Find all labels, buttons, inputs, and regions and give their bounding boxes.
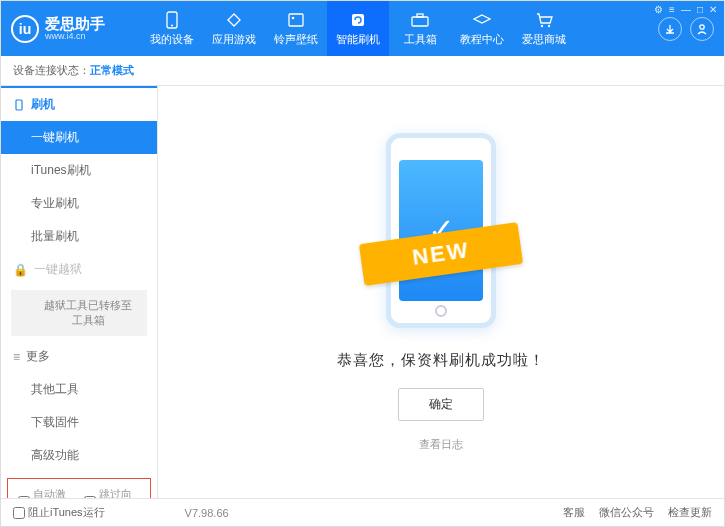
success-message: 恭喜您，保资料刷机成功啦！ — [337, 351, 545, 370]
close-icon[interactable]: ✕ — [709, 4, 717, 15]
nav-toolbox[interactable]: 工具箱 — [389, 1, 451, 56]
footer-support[interactable]: 客服 — [563, 505, 585, 520]
sidebar-item-download-firmware[interactable]: 下载固件 — [1, 406, 157, 439]
download-button[interactable] — [658, 17, 682, 41]
app-logo: iu 爱思助手 www.i4.cn — [11, 15, 141, 43]
cart-icon — [535, 11, 553, 29]
lock-icon: 🔒 — [13, 263, 28, 277]
nav-smart-flash[interactable]: 智能刷机 — [327, 1, 389, 56]
sidebar-item-onekey-flash[interactable]: 一键刷机 — [1, 121, 157, 154]
apps-icon — [225, 11, 243, 29]
status-mode: 正常模式 — [90, 63, 134, 78]
main-nav: 我的设备 应用游戏 铃声壁纸 智能刷机 工具箱 教程中心 爱思商城 — [141, 1, 575, 56]
sidebar-item-pro-flash[interactable]: 专业刷机 — [1, 187, 157, 220]
status-prefix: 设备连接状态： — [13, 63, 90, 78]
footer: 阻止iTunes运行 V7.98.66 客服 微信公众号 检查更新 — [1, 498, 724, 526]
svg-rect-6 — [417, 14, 423, 17]
user-button[interactable] — [690, 17, 714, 41]
svg-point-9 — [700, 24, 704, 28]
sidebar-group-more[interactable]: ≡ 更多 — [1, 340, 157, 373]
sidebar-item-itunes-flash[interactable]: iTunes刷机 — [1, 154, 157, 187]
svg-rect-10 — [16, 100, 22, 110]
confirm-button[interactable]: 确定 — [398, 388, 484, 421]
svg-rect-2 — [289, 14, 303, 26]
sidebar: 刷机 一键刷机 iTunes刷机 专业刷机 批量刷机 🔒 一键越狱 越狱工具已转… — [1, 86, 158, 498]
more-icon: ≡ — [13, 350, 20, 364]
nav-my-device[interactable]: 我的设备 — [141, 1, 203, 56]
main-content: ✓ NEW 恭喜您，保资料刷机成功啦！ 确定 查看日志 — [158, 86, 724, 498]
app-header: iu 爱思助手 www.i4.cn 我的设备 应用游戏 铃声壁纸 智能刷机 工具… — [1, 1, 724, 56]
logo-text: 爱思助手 — [45, 16, 105, 31]
svg-point-3 — [292, 16, 295, 19]
svg-point-1 — [171, 24, 173, 26]
jailbreak-moved-note: 越狱工具已转移至工具箱 — [11, 290, 147, 336]
toolbox-icon — [411, 11, 429, 29]
refresh-icon — [349, 11, 367, 29]
minimize-icon[interactable]: — — [681, 4, 691, 15]
footer-check-update[interactable]: 检查更新 — [668, 505, 712, 520]
maximize-icon[interactable]: □ — [697, 4, 703, 15]
svg-point-8 — [548, 24, 550, 26]
logo-icon: iu — [11, 15, 39, 43]
nav-ringtones[interactable]: 铃声壁纸 — [265, 1, 327, 56]
graduation-icon — [473, 11, 491, 29]
view-log-link[interactable]: 查看日志 — [419, 437, 463, 452]
sidebar-item-other-tools[interactable]: 其他工具 — [1, 373, 157, 406]
nav-apps-games[interactable]: 应用游戏 — [203, 1, 265, 56]
svg-rect-5 — [412, 17, 428, 26]
settings-icon[interactable]: ⚙ — [654, 4, 663, 15]
nav-tutorials[interactable]: 教程中心 — [451, 1, 513, 56]
version-label: V7.98.66 — [185, 507, 229, 519]
sidebar-group-flash[interactable]: 刷机 — [1, 86, 157, 121]
image-icon — [287, 11, 305, 29]
sidebar-item-advanced[interactable]: 高级功能 — [1, 439, 157, 472]
options-box: 自动激活 跳过向导 — [7, 478, 151, 498]
block-itunes-checkbox[interactable]: 阻止iTunes运行 — [13, 505, 105, 520]
sidebar-item-batch-flash[interactable]: 批量刷机 — [1, 220, 157, 253]
sidebar-group-jailbreak: 🔒 一键越狱 — [1, 253, 157, 286]
status-bar: 设备连接状态： 正常模式 — [1, 56, 724, 86]
logo-subtitle: www.i4.cn — [45, 31, 105, 41]
svg-rect-4 — [352, 14, 364, 26]
success-illustration: ✓ NEW — [376, 133, 506, 333]
auto-activate-checkbox[interactable]: 自动激活 — [18, 487, 74, 498]
footer-wechat[interactable]: 微信公众号 — [599, 505, 654, 520]
svg-point-7 — [541, 24, 543, 26]
nav-store[interactable]: 爱思商城 — [513, 1, 575, 56]
skip-guide-checkbox[interactable]: 跳过向导 — [84, 487, 140, 498]
menu-icon[interactable]: ≡ — [669, 4, 675, 15]
phone-icon — [163, 11, 181, 29]
